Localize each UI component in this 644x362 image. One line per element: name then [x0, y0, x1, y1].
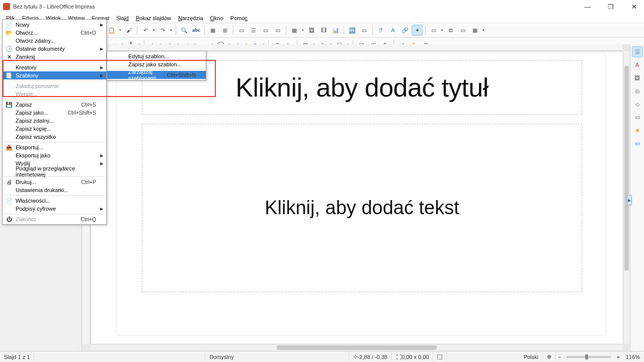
zoom-slider[interactable]: [566, 356, 611, 358]
paste-icon[interactable]: 📋: [106, 25, 117, 36]
collapse-sidebar-icon[interactable]: ▶: [627, 195, 632, 205]
menu-label: Podgląd w przeglądarce internetowej: [16, 165, 96, 177]
file-menu-item-zapisz-jako-[interactable]: Zapisz jako...Ctrl+Shift+S: [3, 109, 106, 117]
status-size-value: 0,00 x 0,00: [401, 354, 429, 360]
menu-okno[interactable]: Okno: [207, 14, 227, 22]
menu-label: Zarządzaj szablonami: [128, 69, 167, 81]
file-menu-item-eksportuj-jako[interactable]: Eksportuj jako▶: [3, 151, 106, 159]
menu-pomoc[interactable]: Pomoc: [227, 14, 251, 22]
animation-icon[interactable]: ✦: [412, 25, 423, 36]
minimize-button[interactable]: —: [581, 2, 595, 12]
sidebar-tabs: ☰ A 🖼 ◎ ◇ ▭ ★ ▭ ▶: [630, 44, 644, 351]
file-menu-item-ustawienia-drukarki-[interactable]: Ustawienia drukarki...: [3, 186, 106, 194]
menu-icon: [5, 90, 14, 98]
hyperlink-icon[interactable]: 🔗: [399, 25, 411, 36]
dropdown-icon[interactable]: ▾: [118, 28, 122, 32]
shapes-panel-icon[interactable]: ◇: [632, 99, 643, 110]
insert-table-icon[interactable]: ▦: [289, 25, 300, 36]
insert-chart-icon[interactable]: 📊: [330, 25, 341, 36]
close-button[interactable]: ✕: [627, 2, 641, 12]
spellcheck-icon[interactable]: abc: [191, 25, 202, 36]
properties-panel-icon[interactable]: ☰: [632, 46, 643, 57]
styles-panel-icon[interactable]: A: [632, 59, 643, 70]
grid-icon[interactable]: ▦: [207, 25, 218, 36]
menu-icon: 🕓: [5, 45, 14, 52]
file-menu-item-w-a-ciwo-ci-[interactable]: 📄Właściwości...: [3, 197, 106, 205]
start-current-icon[interactable]: ▭: [272, 25, 283, 36]
file-menu-item-zapisz-zdalny-[interactable]: Zapisz zdalny...: [3, 117, 106, 125]
new-slide-icon[interactable]: ▭: [428, 25, 439, 36]
dropdown-icon[interactable]: ▾: [481, 28, 486, 32]
duplicate-slide-icon[interactable]: ⧉: [445, 25, 456, 36]
file-menu-item-eksportuj-[interactable]: 📤Eksportuj...: [3, 143, 106, 151]
find-icon[interactable]: 🔍: [179, 25, 190, 36]
special-char-icon[interactable]: ℱ: [375, 25, 386, 36]
canvas-area: Kliknij, aby dodać tytuł Kliknij, aby do…: [82, 44, 630, 351]
menu-shortcut: Ctrl+Shift+N: [167, 72, 196, 78]
menu-icon: [5, 187, 14, 194]
zoom-fit-icon[interactable]: ⊕: [543, 351, 556, 362]
dropdown-icon[interactable]: ▾: [301, 28, 305, 32]
slide-layout-icon[interactable]: ▦: [469, 25, 480, 36]
start-show-icon[interactable]: ▭: [260, 25, 271, 36]
content-placeholder[interactable]: Kliknij, aby dodać tekst: [142, 124, 582, 292]
menu-icon: [5, 125, 14, 132]
redo-icon[interactable]: ↷: [157, 25, 168, 36]
file-menu-item-otw-rz-[interactable]: 📂Otwórz...Ctrl+O: [3, 29, 106, 37]
templates-submenu: Edytuj szablon...Zapisz jako szablon...Z…: [107, 51, 206, 80]
slide-transition-icon[interactable]: ▭: [632, 112, 643, 123]
templates-item-zarz-dzaj-szablonami[interactable]: Zarządzaj szablonamiCtrl+Shift+N: [107, 71, 206, 79]
file-menu-item-kreatory[interactable]: Kreatory▶: [3, 63, 106, 71]
file-menu-item-podgl-d-w-przegl-darce-internetowej[interactable]: Podgląd w przeglądarce internetowej: [3, 167, 106, 175]
status-zoom[interactable]: 116%: [622, 351, 644, 362]
file-menu-item-ostatnie-dokumenty[interactable]: 🕓Ostatnie dokumenty▶: [3, 45, 106, 53]
menu-icon: [5, 133, 14, 140]
file-menu-item-zapisz-wszystko[interactable]: Zapisz wszystko: [3, 133, 106, 141]
insert-textbox-icon[interactable]: 🔤: [347, 25, 358, 36]
file-menu-item-podpisy-cyfrowe[interactable]: Podpisy cyfrowe▶: [3, 205, 106, 213]
file-menu-item-szablony[interactable]: 📑Szablony▶: [3, 71, 106, 79]
fontwork-icon[interactable]: A: [387, 25, 398, 36]
navigator-panel-icon[interactable]: ◎: [632, 85, 643, 97]
insert-header-icon[interactable]: ▭: [359, 25, 370, 36]
master-slides-icon[interactable]: ▭: [632, 138, 643, 149]
maximize-button[interactable]: ❐: [604, 2, 618, 12]
dropdown-icon[interactable]: ▾: [440, 28, 444, 32]
file-menu-item-zapisz[interactable]: 💾ZapiszCtrl+S: [3, 101, 106, 109]
file-menu-item-otw-rz-zdalny-[interactable]: Otwórz zdalny...: [3, 37, 106, 45]
menu-slajd[interactable]: Slajd: [113, 14, 132, 22]
file-menu-item-zamknij[interactable]: ✕Zamknij: [3, 53, 106, 61]
clone-format-icon[interactable]: 🖌: [123, 25, 134, 36]
gallery-panel-icon[interactable]: 🖼: [632, 72, 643, 83]
view-normal-icon[interactable]: ▭: [236, 25, 247, 36]
templates-item-zapisz-jako-szablon-[interactable]: Zapisz jako szablon...: [107, 60, 206, 68]
view-outline-icon[interactable]: ☰: [248, 25, 259, 36]
scrollbar-horizontal[interactable]: [91, 344, 623, 351]
menu-shortcut: Ctrl+Shift+S: [67, 110, 96, 116]
undo-icon[interactable]: ↶: [140, 25, 151, 36]
menu-pokaz[interactable]: Pokaz slajdów: [132, 14, 175, 22]
menu-icon: ✕: [5, 53, 14, 60]
menu-label: Wersje...: [16, 91, 96, 97]
dropdown-icon[interactable]: ▾: [169, 28, 173, 32]
menu-label: Zamknij: [16, 54, 96, 60]
dropdown-icon[interactable]: ▾: [152, 28, 156, 32]
submenu-arrow-icon: ▶: [100, 73, 103, 78]
animation-panel-icon[interactable]: ★: [632, 125, 643, 136]
slide[interactable]: Kliknij, aby dodać tytuł Kliknij, aby do…: [117, 53, 605, 335]
horizontal-ruler: [91, 44, 623, 51]
file-menu-item-nowy[interactable]: 📄Nowy▶: [3, 21, 106, 29]
menu-shortcut: Ctrl+O: [80, 30, 96, 36]
insert-image-icon[interactable]: 🖼: [306, 25, 317, 36]
menu-label: Nowy: [16, 22, 96, 28]
menu-shortcut: Ctrl+P: [82, 179, 96, 185]
file-menu-item-drukuj-[interactable]: 🖨Drukuj...Ctrl+P: [3, 178, 106, 186]
delete-slide-icon[interactable]: ▭: [457, 25, 468, 36]
file-menu-item-zapisz-kopi-[interactable]: Zapisz kopię...: [3, 125, 106, 133]
templates-item-edytuj-szablon-[interactable]: Edytuj szablon...: [107, 52, 206, 60]
slide-viewport[interactable]: Kliknij, aby dodać tytuł Kliknij, aby do…: [91, 51, 623, 344]
insert-av-icon[interactable]: 🎞: [318, 25, 329, 36]
menu-narzedzia[interactable]: Narzędzia: [175, 14, 207, 22]
title-placeholder[interactable]: Kliknij, aby dodać tytuł: [142, 60, 582, 115]
snap-icon[interactable]: ⊞: [219, 25, 230, 36]
